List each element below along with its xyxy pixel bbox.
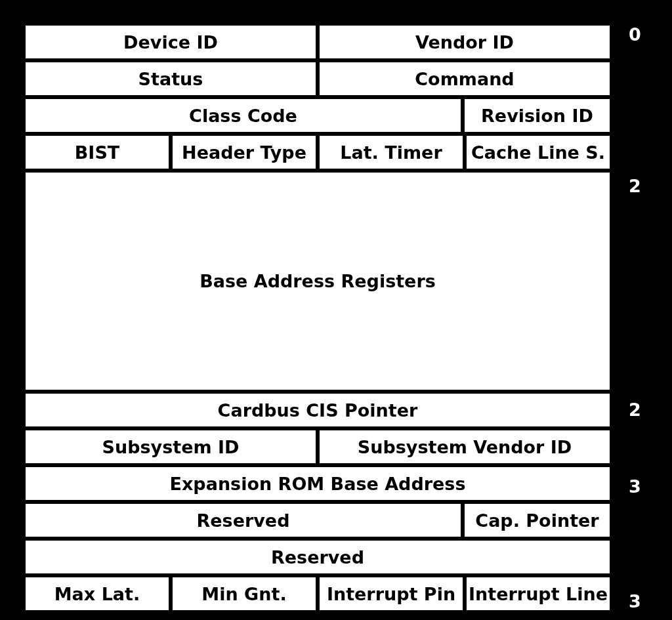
row-04h: Status Command — [24, 60, 612, 97]
offset-bar-end: 2 — [629, 176, 641, 196]
offset-rom: 3 — [629, 468, 641, 505]
offset-column: 0 2 2 3 3 — [623, 12, 641, 620]
field-max-lat: Max Lat. — [24, 575, 171, 612]
field-class-code: Class Code — [24, 97, 463, 134]
field-bist: BIST — [24, 134, 171, 171]
field-latency-timer: Lat. Timer — [318, 134, 465, 171]
field-interrupt-pin: Interrupt Pin — [318, 575, 465, 612]
offset-spacer-1 — [629, 54, 641, 91]
offset-bottom: 3 — [629, 583, 641, 620]
field-device-id: Device ID — [24, 24, 318, 60]
field-revision-id: Revision ID — [463, 97, 612, 134]
row-08h: Class Code Revision ID — [24, 97, 612, 134]
register-table-frame: Device ID Vendor ID Status Command Class… — [12, 12, 623, 620]
field-cap-pointer: Cap. Pointer — [463, 502, 612, 539]
field-base-address-registers: Base Address Registers — [24, 171, 612, 392]
field-subsystem-id: Subsystem ID — [24, 428, 318, 465]
field-status: Status — [24, 60, 318, 97]
offset-spacer-6 — [629, 545, 641, 582]
row-2ch: Subsystem ID Subsystem Vendor ID — [24, 428, 612, 465]
register-table: Device ID Vendor ID Status Command Class… — [24, 24, 612, 612]
row-00h: Device ID Vendor ID — [24, 24, 612, 60]
offset-bar-block: 2 — [629, 169, 641, 390]
offset-spacer-2 — [629, 93, 641, 129]
field-subsystem-vendor-id: Subsystem Vendor ID — [318, 428, 612, 465]
row-28h: Cardbus CIS Pointer — [24, 392, 612, 428]
field-vendor-id: Vendor ID — [318, 24, 612, 60]
offset-top: 0 — [629, 16, 641, 52]
field-reserved-2: Reserved — [24, 539, 612, 575]
offset-spacer-5 — [629, 506, 641, 543]
offset-spacer-3 — [629, 131, 641, 167]
row-3ch: Max Lat. Min Gnt. Interrupt Pin Interrup… — [24, 575, 612, 612]
field-interrupt-line: Interrupt Line — [465, 575, 612, 612]
row-30h: Expansion ROM Base Address — [24, 465, 612, 502]
field-expansion-rom-base-address: Expansion ROM Base Address — [24, 465, 612, 502]
field-cache-line-size: Cache Line S. — [465, 134, 612, 171]
field-header-type: Header Type — [171, 134, 318, 171]
offset-spacer-4 — [629, 430, 641, 466]
row-38h: Reserved — [24, 539, 612, 575]
pci-config-space-diagram: Device ID Vendor ID Status Command Class… — [12, 12, 641, 620]
row-0ch: BIST Header Type Lat. Timer Cache Line S… — [24, 134, 612, 171]
row-bars: Base Address Registers — [24, 171, 612, 392]
field-cardbus-cis-pointer: Cardbus CIS Pointer — [24, 392, 612, 428]
offset-cis: 2 — [629, 392, 641, 428]
field-command: Command — [318, 60, 612, 97]
field-reserved-1: Reserved — [24, 502, 463, 539]
row-34h: Reserved Cap. Pointer — [24, 502, 612, 539]
field-min-gnt: Min Gnt. — [171, 575, 318, 612]
